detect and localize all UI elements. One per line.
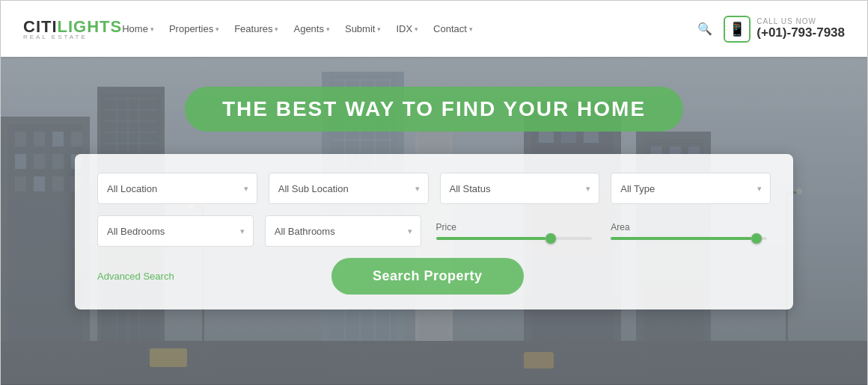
call-label: CALL US NOW [757, 17, 845, 25]
chevron-down-icon: ▾ [377, 25, 381, 33]
area-thumb[interactable] [751, 233, 762, 244]
bedrooms-select[interactable]: All Bedrooms 1 Bedroom 2 Bedrooms 3 Bedr… [97, 215, 254, 247]
search-button-wrap: Search Property [174, 258, 681, 295]
main-nav: Home ▾ Properties ▾ Features ▾ Agents ▾ … [122, 23, 697, 34]
price-thumb[interactable] [545, 233, 556, 244]
bedrooms-select-wrap: All Bedrooms 1 Bedroom 2 Bedrooms 3 Bedr… [97, 215, 254, 247]
app-frame: CITI LIGHTS REAL ESTATE Home ▾ Propertie… [0, 0, 868, 385]
search-bottom: Advanced Search Search Property [97, 258, 771, 295]
search-row-2: All Bedrooms 1 Bedroom 2 Bedrooms 3 Bedr… [97, 215, 771, 247]
bathrooms-select-wrap: All Bathrooms 1 Bathroom 2 Bathrooms 3 B… [265, 215, 421, 247]
hero-title: THE BEST WAY TO FIND YOUR HOME [222, 97, 646, 121]
header: CITI LIGHTS REAL ESTATE Home ▾ Propertie… [1, 1, 867, 57]
status-select-wrap: All Status For Sale For Rent ▾ [440, 173, 600, 204]
area-fill [611, 237, 751, 240]
hero-title-wrap: THE BEST WAY TO FIND YOUR HOME [185, 87, 683, 132]
type-select[interactable]: All Type House Apartment [611, 173, 771, 204]
nav-agents[interactable]: Agents ▾ [293, 23, 329, 34]
location-select-wrap: All Location New York Los Angeles Chicag… [97, 173, 257, 204]
hero-content: THE BEST WAY TO FIND YOUR HOME All Locat… [1, 57, 867, 309]
call-block: 📱 CALL US NOW (+01)-793-7938 [724, 16, 845, 43]
price-slider-group: Price [433, 215, 596, 247]
area-track [611, 237, 767, 240]
phone-icon: 📱 [724, 16, 751, 43]
search-box: All Location New York Los Angeles Chicag… [75, 154, 793, 309]
chevron-down-icon: ▾ [415, 25, 418, 33]
location-select[interactable]: All Location New York Los Angeles Chicag… [97, 173, 257, 204]
call-text: CALL US NOW (+01)-793-7938 [757, 17, 845, 40]
advanced-search-link[interactable]: Advanced Search [97, 271, 174, 282]
hero-section: THE BEST WAY TO FIND YOUR HOME All Locat… [1, 57, 867, 385]
chevron-down-icon: ▾ [275, 25, 278, 33]
nav-submit[interactable]: Submit ▾ [345, 23, 381, 34]
chevron-down-icon: ▾ [469, 25, 473, 33]
price-label: Price [436, 222, 593, 232]
area-slider-group: Area [607, 215, 771, 247]
price-fill [436, 237, 545, 240]
chevron-down-icon: ▾ [216, 25, 219, 33]
sublocation-select-wrap: All Sub Location Manhattan Brooklyn ▾ [269, 173, 429, 204]
price-track [436, 237, 593, 240]
nav-features[interactable]: Features ▾ [234, 23, 278, 34]
sublocation-select[interactable]: All Sub Location Manhattan Brooklyn [269, 173, 429, 204]
chevron-down-icon: ▾ [150, 25, 154, 33]
chevron-down-icon: ▾ [326, 25, 330, 33]
search-property-button[interactable]: Search Property [331, 258, 524, 295]
nav-home[interactable]: Home ▾ [122, 23, 154, 34]
logo-sub: REAL ESTATE [23, 34, 122, 40]
logo: CITI LIGHTS REAL ESTATE [23, 17, 122, 40]
status-select[interactable]: All Status For Sale For Rent [440, 173, 600, 204]
type-select-wrap: All Type House Apartment ▾ [611, 173, 771, 204]
area-label: Area [611, 222, 767, 232]
call-number: (+01)-793-7938 [757, 25, 845, 40]
bathrooms-select[interactable]: All Bathrooms 1 Bathroom 2 Bathrooms 3 B… [265, 215, 421, 247]
nav-idx[interactable]: IDX ▾ [396, 23, 418, 34]
search-row-1: All Location New York Los Angeles Chicag… [97, 173, 771, 204]
nav-properties[interactable]: Properties ▾ [169, 23, 219, 34]
search-icon[interactable]: 🔍 [697, 22, 712, 36]
nav-contact[interactable]: Contact ▾ [433, 23, 473, 34]
header-right: 🔍 📱 CALL US NOW (+01)-793-7938 [697, 16, 845, 43]
